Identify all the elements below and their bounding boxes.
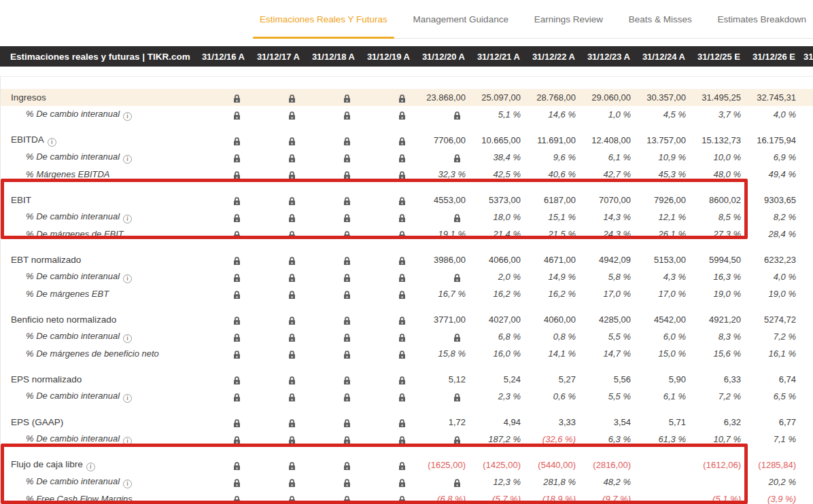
info-icon[interactable] [123,274,132,283]
locked-cell[interactable] [249,289,305,299]
locked-cell[interactable] [305,212,360,222]
locked-cell[interactable] [305,195,360,205]
locked-cell[interactable] [305,348,360,359]
locked-cell[interactable] [305,272,360,282]
locked-cell[interactable] [360,229,415,239]
locked-cell[interactable] [305,434,360,444]
locked-cell[interactable] [249,229,305,239]
locked-cell[interactable] [194,272,249,282]
locked-cell[interactable] [305,229,360,239]
locked-cell[interactable] [194,135,249,145]
locked-cell[interactable] [249,212,305,222]
locked-cell[interactable] [305,494,360,504]
locked-cell[interactable] [194,434,249,444]
locked-cell[interactable] [194,494,249,504]
locked-cell[interactable] [194,212,249,222]
locked-cell[interactable] [305,314,360,325]
locked-cell[interactable] [194,348,249,359]
locked-cell[interactable] [360,135,415,145]
locked-cell[interactable] [415,152,470,162]
locked-cell[interactable] [360,494,415,504]
info-icon[interactable] [123,480,132,488]
locked-cell[interactable] [360,255,415,265]
locked-cell[interactable] [249,314,305,325]
locked-cell[interactable] [249,348,305,359]
tab-estimaciones-reales-y-futuras[interactable]: Estimaciones Reales Y Futuras [253,0,394,38]
info-icon[interactable] [123,112,132,121]
locked-cell[interactable] [305,331,360,342]
info-icon[interactable] [123,215,132,223]
locked-cell[interactable] [305,477,360,487]
locked-cell[interactable] [305,109,360,120]
locked-cell[interactable] [194,169,249,179]
locked-cell[interactable] [249,135,305,145]
locked-cell[interactable] [360,109,415,120]
tab-earnings-review[interactable]: Earnings Review [527,0,610,38]
locked-cell[interactable] [360,460,415,470]
locked-cell[interactable] [360,195,415,205]
locked-cell[interactable] [305,152,360,162]
locked-cell[interactable] [305,169,360,179]
locked-cell[interactable] [249,195,305,205]
locked-cell[interactable] [305,255,360,265]
locked-cell[interactable] [194,460,249,470]
locked-cell[interactable] [305,417,360,427]
locked-cell[interactable] [415,391,470,401]
locked-cell[interactable] [249,417,305,427]
locked-cell[interactable] [360,477,415,487]
locked-cell[interactable] [249,272,305,282]
locked-cell[interactable] [249,169,305,179]
locked-cell[interactable] [360,212,415,222]
locked-cell[interactable] [360,314,415,325]
locked-cell[interactable] [249,255,305,265]
locked-cell[interactable] [194,195,249,205]
locked-cell[interactable] [360,391,415,401]
locked-cell[interactable] [194,331,249,342]
locked-cell[interactable] [194,391,249,401]
locked-cell[interactable] [249,494,305,504]
locked-cell[interactable] [249,477,305,487]
locked-cell[interactable] [415,331,470,342]
locked-cell[interactable] [305,289,360,299]
locked-cell[interactable] [194,374,249,384]
locked-cell[interactable] [194,314,249,325]
locked-cell[interactable] [194,229,249,239]
locked-cell[interactable] [360,272,415,282]
locked-cell[interactable] [194,152,249,162]
locked-cell[interactable] [360,289,415,299]
tab-estimates-breakdown[interactable]: Estimates Breakdown [710,0,813,38]
info-icon[interactable] [123,394,132,403]
locked-cell[interactable] [360,374,415,384]
locked-cell[interactable] [360,92,415,103]
info-icon[interactable] [123,155,132,164]
locked-cell[interactable] [249,331,305,342]
locked-cell[interactable] [194,109,249,120]
locked-cell[interactable] [305,391,360,401]
locked-cell[interactable] [305,92,360,103]
info-icon[interactable] [48,138,56,147]
locked-cell[interactable] [360,331,415,342]
tab-management-guidance[interactable]: Management Guidance [406,0,515,38]
locked-cell[interactable] [305,374,360,384]
locked-cell[interactable] [415,477,470,487]
locked-cell[interactable] [194,255,249,265]
locked-cell[interactable] [194,92,249,103]
locked-cell[interactable] [194,477,249,487]
locked-cell[interactable] [360,417,415,427]
locked-cell[interactable] [415,434,470,444]
locked-cell[interactable] [194,289,249,299]
locked-cell[interactable] [249,460,305,470]
locked-cell[interactable] [249,92,305,103]
locked-cell[interactable] [305,135,360,145]
locked-cell[interactable] [360,169,415,179]
locked-cell[interactable] [360,152,415,162]
info-icon[interactable] [86,463,95,471]
locked-cell[interactable] [415,212,470,222]
info-icon[interactable] [123,437,132,446]
locked-cell[interactable] [249,434,305,444]
info-icon[interactable] [123,334,132,343]
locked-cell[interactable] [415,109,470,120]
tab-beats-and-misses[interactable]: Beats & Misses [622,0,699,38]
locked-cell[interactable] [360,434,415,444]
locked-cell[interactable] [360,348,415,359]
